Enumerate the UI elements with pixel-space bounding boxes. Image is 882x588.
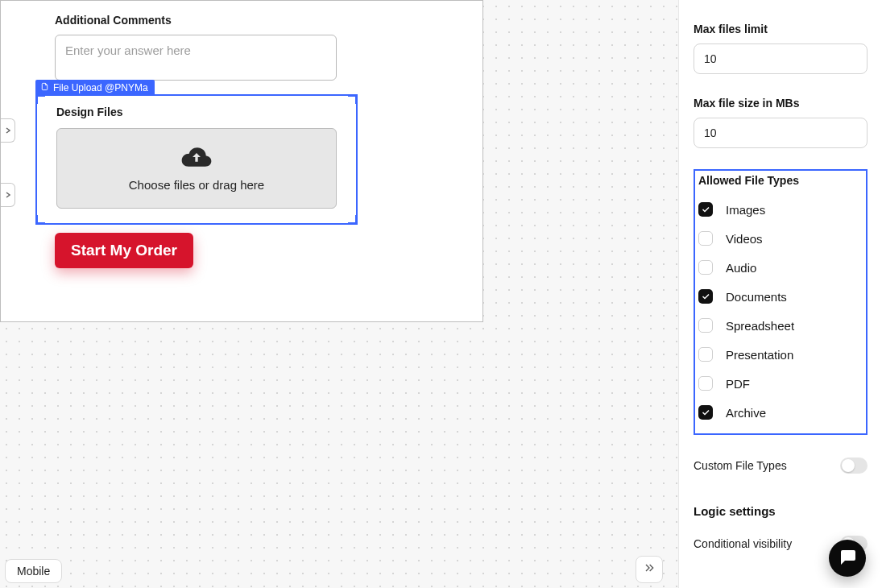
max-files-input[interactable]: [694, 43, 868, 74]
file-type-checkbox[interactable]: [698, 231, 713, 246]
allowed-file-types-title: Allowed File Types: [698, 174, 861, 187]
custom-file-types-row: Custom File Types: [694, 458, 868, 474]
file-type-label: Videos: [726, 232, 763, 246]
custom-file-types-toggle[interactable]: [840, 458, 868, 474]
file-type-row: Archive: [698, 398, 861, 427]
file-type-label: Spreadsheet: [726, 319, 794, 333]
resize-handle-tl[interactable]: [35, 94, 45, 104]
form-card: Additional Comments File Upload @PNYMa: [1, 1, 359, 314]
canvas-edge-handle-2[interactable]: [1, 183, 15, 207]
viewport-mobile-chip[interactable]: Mobile: [5, 559, 62, 583]
canvas-edge-handle-1[interactable]: [1, 118, 15, 143]
comments-textarea[interactable]: [55, 35, 337, 81]
chevron-double-right-icon: [643, 561, 656, 578]
expand-panel-button[interactable]: [636, 556, 663, 583]
upload-label: Design Files: [56, 106, 337, 118]
file-type-checkbox[interactable]: [698, 318, 713, 333]
properties-panel: Max files limit Max file size in MBs All…: [678, 0, 882, 588]
file-type-row: PDF: [698, 369, 861, 398]
file-type-label: Documents: [726, 290, 787, 304]
file-type-checkbox[interactable]: [698, 405, 713, 420]
file-type-row: Images: [698, 195, 861, 224]
upload-dropzone[interactable]: Choose files or drag here: [56, 128, 337, 209]
resize-handle-br[interactable]: [348, 215, 358, 225]
custom-file-types-label: Custom File Types: [694, 459, 787, 472]
file-upload-field: Design Files Choose files or drag here: [37, 96, 356, 223]
file-type-label: PDF: [726, 377, 750, 391]
file-type-label: Audio: [726, 261, 756, 275]
resize-handle-tr[interactable]: [348, 94, 358, 104]
max-size-label: Max file size in MBs: [694, 97, 868, 110]
file-icon: [40, 82, 49, 93]
file-type-row: Spreadsheet: [698, 311, 861, 340]
comments-label: Additional Comments: [55, 14, 337, 27]
selected-element[interactable]: File Upload @PNYMa Design Files Choose f…: [35, 94, 358, 225]
file-type-checkbox[interactable]: [698, 376, 713, 391]
file-type-checkbox[interactable]: [698, 202, 713, 217]
submit-button[interactable]: Start My Order: [55, 233, 193, 268]
support-chat-button[interactable]: [829, 540, 866, 577]
file-type-row: Documents: [698, 282, 861, 311]
cloud-upload-icon: [180, 146, 213, 172]
file-type-label: Presentation: [726, 348, 793, 362]
allowed-file-types-group: Allowed File Types ImagesVideosAudioDocu…: [694, 169, 868, 435]
file-type-row: Audio: [698, 253, 861, 282]
chat-icon: [838, 547, 857, 569]
file-type-label: Images: [726, 203, 765, 217]
form-canvas: Additional Comments File Upload @PNYMa: [0, 0, 483, 322]
resize-handle-bl[interactable]: [35, 215, 45, 225]
file-type-label: Archive: [726, 406, 766, 420]
logic-settings-title: Logic settings: [694, 504, 868, 518]
file-type-checkbox[interactable]: [698, 347, 713, 362]
file-types-list: ImagesVideosAudioDocumentsSpreadsheetPre…: [698, 195, 861, 427]
selection-tag-text: File Upload @PNYMa: [53, 82, 148, 93]
comments-field: Additional Comments: [55, 14, 337, 84]
file-type-checkbox[interactable]: [698, 260, 713, 275]
conditional-visibility-label: Conditional visibility: [694, 537, 792, 550]
file-type-row: Videos: [698, 224, 861, 253]
file-type-row: Presentation: [698, 340, 861, 369]
max-files-label: Max files limit: [694, 23, 868, 35]
file-type-checkbox[interactable]: [698, 289, 713, 304]
max-size-input[interactable]: [694, 118, 868, 148]
selection-tag: File Upload @PNYMa: [35, 80, 155, 96]
dropzone-text: Choose files or drag here: [129, 178, 264, 192]
